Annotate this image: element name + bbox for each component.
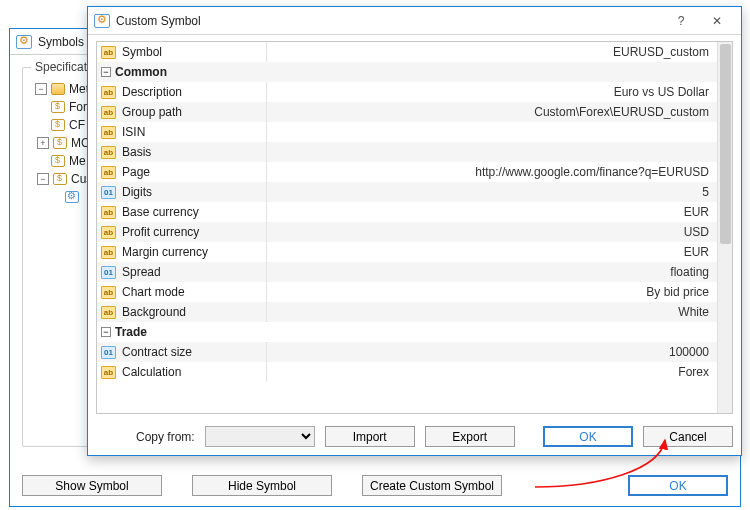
property-row[interactable]: abSymbolEURUSD_custom bbox=[97, 42, 717, 62]
show-symbol-button[interactable]: Show Symbol bbox=[22, 475, 162, 496]
property-value[interactable]: Forex bbox=[267, 365, 717, 379]
property-row[interactable]: abChart modeBy bid price bbox=[97, 282, 717, 302]
tree-item-label[interactable]: CF bbox=[69, 118, 85, 132]
property-type-icon: ab bbox=[101, 126, 116, 139]
dialog-footer: Copy from: Import Export OK Cancel bbox=[96, 426, 733, 447]
property-type-icon: ab bbox=[101, 46, 116, 59]
property-value[interactable]: Custom\Forex\EURUSD_custom bbox=[267, 105, 717, 119]
property-section-header: −Trade bbox=[97, 322, 717, 342]
property-value[interactable]: http://www.google.com/finance?q=EURUSD bbox=[267, 165, 717, 179]
property-label: Spread bbox=[122, 265, 161, 279]
property-grid[interactable]: abSymbolEURUSD_custom−CommonabDescriptio… bbox=[96, 41, 733, 414]
property-row[interactable]: abISIN bbox=[97, 122, 717, 142]
tree-item-label[interactable]: Me bbox=[69, 154, 86, 168]
property-type-icon: ab bbox=[101, 106, 116, 119]
symbols-bottom-bar: Show Symbol Hide Symbol Create Custom Sy… bbox=[22, 475, 728, 496]
custom-symbol-titlebar[interactable]: Custom Symbol ? ✕ bbox=[88, 7, 741, 35]
create-custom-symbol-button[interactable]: Create Custom Symbol bbox=[362, 475, 502, 496]
property-row[interactable]: 01Contract size100000 bbox=[97, 342, 717, 362]
dialog-cancel-button[interactable]: Cancel bbox=[643, 426, 733, 447]
property-label: Symbol bbox=[122, 45, 162, 59]
symbol-group-icon bbox=[53, 173, 67, 185]
custom-symbol-title: Custom Symbol bbox=[116, 14, 201, 28]
property-type-icon: 01 bbox=[101, 266, 116, 279]
section-collapse-icon[interactable]: − bbox=[101, 327, 111, 337]
property-row[interactable]: abBase currencyEUR bbox=[97, 202, 717, 222]
property-row[interactable]: 01Spreadfloating bbox=[97, 262, 717, 282]
symbols-app-icon bbox=[16, 35, 32, 49]
property-value[interactable]: floating bbox=[267, 265, 717, 279]
copy-from-label: Copy from: bbox=[136, 430, 195, 444]
property-label: Basis bbox=[122, 145, 151, 159]
property-label: Group path bbox=[122, 105, 182, 119]
property-type-icon: ab bbox=[101, 86, 116, 99]
custom-symbol-icon bbox=[65, 191, 79, 203]
property-label: Contract size bbox=[122, 345, 192, 359]
symbol-group-icon bbox=[53, 137, 67, 149]
property-value[interactable]: Euro vs US Dollar bbox=[267, 85, 717, 99]
property-type-icon: 01 bbox=[101, 186, 116, 199]
property-label: Base currency bbox=[122, 205, 199, 219]
tree-collapse-icon[interactable]: − bbox=[35, 83, 47, 95]
copy-from-select[interactable] bbox=[205, 426, 315, 447]
property-row[interactable]: abCalculationForex bbox=[97, 362, 717, 382]
property-type-icon: ab bbox=[101, 146, 116, 159]
property-type-icon: ab bbox=[101, 246, 116, 259]
property-row[interactable]: abMargin currencyEUR bbox=[97, 242, 717, 262]
property-type-icon: ab bbox=[101, 366, 116, 379]
section-collapse-icon[interactable]: − bbox=[101, 67, 111, 77]
section-title: Trade bbox=[115, 325, 147, 339]
symbol-group-icon bbox=[51, 119, 65, 131]
tree-expand-icon[interactable]: + bbox=[37, 137, 49, 149]
property-type-icon: ab bbox=[101, 206, 116, 219]
property-row[interactable]: abBasis bbox=[97, 142, 717, 162]
property-label: Description bbox=[122, 85, 182, 99]
symbol-group-icon bbox=[51, 155, 65, 167]
property-value[interactable]: EUR bbox=[267, 205, 717, 219]
property-row[interactable]: abDescriptionEuro vs US Dollar bbox=[97, 82, 717, 102]
property-type-icon: ab bbox=[101, 166, 116, 179]
property-section-header: −Common bbox=[97, 62, 717, 82]
hide-symbol-button[interactable]: Hide Symbol bbox=[192, 475, 332, 496]
symbols-ok-button[interactable]: OK bbox=[628, 475, 728, 496]
section-title: Common bbox=[115, 65, 167, 79]
help-button[interactable]: ? bbox=[663, 9, 699, 33]
property-label: Page bbox=[122, 165, 150, 179]
property-value[interactable]: 5 bbox=[267, 185, 717, 199]
property-row[interactable]: abGroup pathCustom\Forex\EURUSD_custom bbox=[97, 102, 717, 122]
property-label: Digits bbox=[122, 185, 152, 199]
property-value[interactable]: EURUSD_custom bbox=[267, 45, 717, 59]
property-label: Profit currency bbox=[122, 225, 199, 239]
tree-item-label[interactable]: For bbox=[69, 100, 87, 114]
symbols-title: Symbols bbox=[38, 35, 84, 49]
property-label: Chart mode bbox=[122, 285, 185, 299]
property-row[interactable]: 01Digits5 bbox=[97, 182, 717, 202]
import-button[interactable]: Import bbox=[325, 426, 415, 447]
property-row[interactable]: abProfit currencyUSD bbox=[97, 222, 717, 242]
symbol-group-icon bbox=[51, 101, 65, 113]
property-value[interactable]: By bid price bbox=[267, 285, 717, 299]
property-row[interactable]: abPagehttp://www.google.com/finance?q=EU… bbox=[97, 162, 717, 182]
folder-icon bbox=[51, 83, 65, 95]
property-type-icon: ab bbox=[101, 226, 116, 239]
property-value[interactable]: White bbox=[267, 305, 717, 319]
property-label: ISIN bbox=[122, 125, 145, 139]
property-label: Margin currency bbox=[122, 245, 208, 259]
property-label: Calculation bbox=[122, 365, 181, 379]
custom-symbol-dialog: Custom Symbol ? ✕ abSymbolEURUSD_custom−… bbox=[87, 6, 742, 456]
property-type-icon: ab bbox=[101, 286, 116, 299]
tree-collapse-icon[interactable]: − bbox=[37, 173, 49, 185]
property-type-icon: 01 bbox=[101, 346, 116, 359]
property-label: Background bbox=[122, 305, 186, 319]
property-row[interactable]: abBackgroundWhite bbox=[97, 302, 717, 322]
scrollbar-thumb[interactable] bbox=[720, 44, 731, 244]
scrollbar[interactable] bbox=[717, 42, 732, 413]
property-value[interactable]: USD bbox=[267, 225, 717, 239]
dialog-app-icon bbox=[94, 14, 110, 28]
export-button[interactable]: Export bbox=[425, 426, 515, 447]
property-value[interactable]: 100000 bbox=[267, 345, 717, 359]
property-value[interactable]: EUR bbox=[267, 245, 717, 259]
property-type-icon: ab bbox=[101, 306, 116, 319]
close-icon[interactable]: ✕ bbox=[699, 9, 735, 33]
dialog-ok-button[interactable]: OK bbox=[543, 426, 633, 447]
